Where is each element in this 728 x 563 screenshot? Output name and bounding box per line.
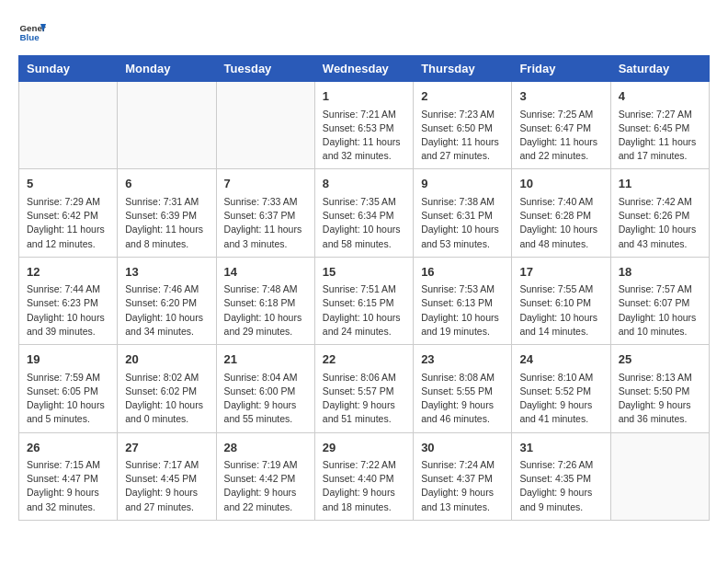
calendar-day-cell: 2Sunrise: 7:23 AMSunset: 6:50 PMDaylight… xyxy=(414,82,512,169)
day-info: Sunrise: 7:15 AMSunset: 4:47 PMDaylight:… xyxy=(27,458,109,514)
calendar-day-cell: 4Sunrise: 7:27 AMSunset: 6:45 PMDaylight… xyxy=(610,82,709,169)
calendar-day-cell: 1Sunrise: 7:21 AMSunset: 6:53 PMDaylight… xyxy=(314,82,413,169)
day-info: Sunrise: 7:42 AMSunset: 6:26 PMDaylight:… xyxy=(619,195,701,251)
calendar-day-cell: 13Sunrise: 7:46 AMSunset: 6:20 PMDayligh… xyxy=(118,257,216,344)
day-info: Sunrise: 7:24 AMSunset: 4:37 PMDaylight:… xyxy=(421,458,504,514)
day-info: Sunrise: 8:06 AMSunset: 5:57 PMDaylight:… xyxy=(323,371,405,427)
day-number: 8 xyxy=(323,175,405,193)
day-info: Sunrise: 7:38 AMSunset: 6:31 PMDaylight:… xyxy=(421,195,504,251)
day-number: 13 xyxy=(125,263,208,282)
day-info: Sunrise: 7:59 AMSunset: 6:05 PMDaylight:… xyxy=(27,371,109,427)
day-number: 27 xyxy=(125,439,208,457)
day-number: 28 xyxy=(224,439,307,457)
day-info: Sunrise: 7:23 AMSunset: 6:50 PMDaylight:… xyxy=(421,108,504,164)
day-info: Sunrise: 8:02 AMSunset: 6:02 PMDaylight:… xyxy=(125,371,208,427)
day-number: 24 xyxy=(519,350,602,369)
day-number: 30 xyxy=(421,439,504,457)
weekday-header: Tuesday xyxy=(216,56,314,82)
logo: General Blue xyxy=(18,18,46,46)
calendar-week-row: 1Sunrise: 7:21 AMSunset: 6:53 PMDaylight… xyxy=(19,82,710,169)
calendar-day-cell: 10Sunrise: 7:40 AMSunset: 6:28 PMDayligh… xyxy=(512,169,610,257)
calendar-day-cell: 19Sunrise: 7:59 AMSunset: 6:05 PMDayligh… xyxy=(19,345,118,432)
weekday-header: Friday xyxy=(512,56,610,82)
svg-text:Blue: Blue xyxy=(20,32,40,42)
day-info: Sunrise: 7:55 AMSunset: 6:10 PMDaylight:… xyxy=(519,282,602,339)
calendar-day-cell: 14Sunrise: 7:48 AMSunset: 6:18 PMDayligh… xyxy=(216,257,314,344)
calendar-day-cell xyxy=(610,432,709,520)
calendar-table: SundayMondayTuesdayWednesdayThursdayFrid… xyxy=(18,55,710,521)
day-number: 31 xyxy=(519,439,602,457)
day-info: Sunrise: 8:13 AMSunset: 5:50 PMDaylight:… xyxy=(619,371,701,427)
calendar-day-cell xyxy=(118,82,216,169)
calendar-day-cell: 16Sunrise: 7:53 AMSunset: 6:13 PMDayligh… xyxy=(414,257,512,344)
calendar-day-cell: 24Sunrise: 8:10 AMSunset: 5:52 PMDayligh… xyxy=(512,345,610,432)
calendar-day-cell: 28Sunrise: 7:19 AMSunset: 4:42 PMDayligh… xyxy=(216,432,314,520)
day-number: 12 xyxy=(27,263,109,282)
calendar-day-cell: 27Sunrise: 7:17 AMSunset: 4:45 PMDayligh… xyxy=(118,432,216,520)
calendar-container: General Blue SundayMondayTuesdayWednesda… xyxy=(0,0,728,563)
calendar-day-cell: 18Sunrise: 7:57 AMSunset: 6:07 PMDayligh… xyxy=(610,257,709,344)
day-info: Sunrise: 7:21 AMSunset: 6:53 PMDaylight:… xyxy=(323,108,405,164)
header: General Blue xyxy=(18,18,710,46)
calendar-day-cell: 26Sunrise: 7:15 AMSunset: 4:47 PMDayligh… xyxy=(19,432,118,520)
day-number: 4 xyxy=(619,87,701,106)
day-number: 25 xyxy=(619,350,701,369)
calendar-day-cell: 15Sunrise: 7:51 AMSunset: 6:15 PMDayligh… xyxy=(314,257,413,344)
day-number: 16 xyxy=(421,263,504,282)
calendar-week-row: 26Sunrise: 7:15 AMSunset: 4:47 PMDayligh… xyxy=(19,432,710,520)
day-info: Sunrise: 7:33 AMSunset: 6:37 PMDaylight:… xyxy=(224,195,307,251)
logo-icon: General Blue xyxy=(18,18,46,46)
day-info: Sunrise: 7:46 AMSunset: 6:20 PMDaylight:… xyxy=(125,282,208,339)
day-info: Sunrise: 7:31 AMSunset: 6:39 PMDaylight:… xyxy=(125,195,208,251)
calendar-day-cell: 20Sunrise: 8:02 AMSunset: 6:02 PMDayligh… xyxy=(118,345,216,432)
weekday-header-row: SundayMondayTuesdayWednesdayThursdayFrid… xyxy=(19,56,710,82)
day-info: Sunrise: 7:44 AMSunset: 6:23 PMDaylight:… xyxy=(27,282,109,339)
day-number: 19 xyxy=(27,350,109,369)
day-number: 21 xyxy=(224,350,307,369)
day-number: 2 xyxy=(421,87,504,106)
calendar-day-cell: 5Sunrise: 7:29 AMSunset: 6:42 PMDaylight… xyxy=(19,169,118,257)
weekday-header: Wednesday xyxy=(314,56,413,82)
calendar-day-cell: 25Sunrise: 8:13 AMSunset: 5:50 PMDayligh… xyxy=(610,345,709,432)
day-info: Sunrise: 7:25 AMSunset: 6:47 PMDaylight:… xyxy=(519,108,602,164)
day-info: Sunrise: 8:08 AMSunset: 5:55 PMDaylight:… xyxy=(421,371,504,427)
day-info: Sunrise: 8:04 AMSunset: 6:00 PMDaylight:… xyxy=(224,371,307,427)
day-info: Sunrise: 7:19 AMSunset: 4:42 PMDaylight:… xyxy=(224,458,307,514)
weekday-header: Thursday xyxy=(414,56,512,82)
calendar-week-row: 19Sunrise: 7:59 AMSunset: 6:05 PMDayligh… xyxy=(19,345,710,432)
day-info: Sunrise: 7:27 AMSunset: 6:45 PMDaylight:… xyxy=(619,108,701,164)
calendar-day-cell: 6Sunrise: 7:31 AMSunset: 6:39 PMDaylight… xyxy=(118,169,216,257)
calendar-day-cell xyxy=(19,82,118,169)
day-number: 11 xyxy=(619,175,701,193)
day-info: Sunrise: 7:40 AMSunset: 6:28 PMDaylight:… xyxy=(519,195,602,251)
calendar-day-cell: 12Sunrise: 7:44 AMSunset: 6:23 PMDayligh… xyxy=(19,257,118,344)
day-number: 6 xyxy=(125,175,208,193)
day-info: Sunrise: 7:29 AMSunset: 6:42 PMDaylight:… xyxy=(27,195,109,251)
calendar-day-cell: 7Sunrise: 7:33 AMSunset: 6:37 PMDaylight… xyxy=(216,169,314,257)
day-info: Sunrise: 7:51 AMSunset: 6:15 PMDaylight:… xyxy=(323,282,405,339)
day-info: Sunrise: 7:22 AMSunset: 4:40 PMDaylight:… xyxy=(323,458,405,514)
day-number: 22 xyxy=(323,350,405,369)
day-number: 29 xyxy=(323,439,405,457)
day-info: Sunrise: 7:53 AMSunset: 6:13 PMDaylight:… xyxy=(421,282,504,339)
day-number: 1 xyxy=(323,87,405,106)
day-number: 9 xyxy=(421,175,504,193)
calendar-day-cell: 31Sunrise: 7:26 AMSunset: 4:35 PMDayligh… xyxy=(512,432,610,520)
day-info: Sunrise: 7:57 AMSunset: 6:07 PMDaylight:… xyxy=(619,282,701,339)
day-number: 15 xyxy=(323,263,405,282)
day-info: Sunrise: 7:26 AMSunset: 4:35 PMDaylight:… xyxy=(519,458,602,514)
day-info: Sunrise: 7:48 AMSunset: 6:18 PMDaylight:… xyxy=(224,282,307,339)
day-number: 20 xyxy=(125,350,208,369)
calendar-day-cell: 29Sunrise: 7:22 AMSunset: 4:40 PMDayligh… xyxy=(314,432,413,520)
calendar-day-cell: 3Sunrise: 7:25 AMSunset: 6:47 PMDaylight… xyxy=(512,82,610,169)
day-number: 26 xyxy=(27,439,109,457)
day-number: 14 xyxy=(224,263,307,282)
day-number: 23 xyxy=(421,350,504,369)
calendar-day-cell xyxy=(216,82,314,169)
calendar-day-cell: 17Sunrise: 7:55 AMSunset: 6:10 PMDayligh… xyxy=(512,257,610,344)
day-info: Sunrise: 8:10 AMSunset: 5:52 PMDaylight:… xyxy=(519,371,602,427)
weekday-header: Monday xyxy=(118,56,216,82)
calendar-day-cell: 30Sunrise: 7:24 AMSunset: 4:37 PMDayligh… xyxy=(414,432,512,520)
weekday-header: Sunday xyxy=(19,56,118,82)
weekday-header: Saturday xyxy=(610,56,709,82)
